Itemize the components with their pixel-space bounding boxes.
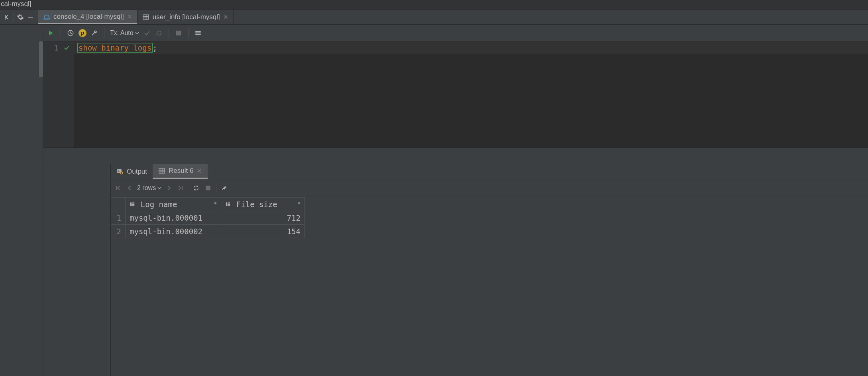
tab-result-6[interactable]: Result 6 ✕ <box>153 164 208 179</box>
wrench-icon[interactable] <box>90 29 98 37</box>
topbar: console_4 [local-mysql] ✕ user_info [loc… <box>0 10 868 25</box>
file-tabs: console_4 [local-mysql] ✕ user_info [loc… <box>38 10 234 24</box>
column-header-file-size[interactable]: File_size ◆ <box>221 198 305 211</box>
minimize-icon[interactable] <box>27 13 35 21</box>
result-label: Result 6 <box>169 167 193 175</box>
first-page-icon[interactable] <box>115 185 122 191</box>
gear-icon[interactable] <box>16 13 24 21</box>
svg-rect-27 <box>226 202 228 206</box>
svg-rect-28 <box>228 202 230 203</box>
table-icon <box>158 167 165 174</box>
cell-log-name[interactable]: mysql-bin.000001 <box>126 211 221 225</box>
rows-label: 2 rows <box>137 184 156 192</box>
tx-label-text: Tx: Auto <box>110 29 134 37</box>
svg-rect-25 <box>132 204 134 204</box>
check-icon <box>63 45 70 51</box>
editor-gutter: 1 <box>43 41 74 147</box>
results-tabs: Output Result 6 ✕ <box>111 164 868 179</box>
code-area[interactable]: show binary logs; <box>74 41 868 147</box>
output-icon <box>116 168 124 175</box>
stop-icon[interactable] <box>175 29 183 37</box>
svg-rect-2 <box>44 18 50 19</box>
svg-rect-29 <box>228 204 230 204</box>
sort-icon[interactable]: ◆ <box>214 200 217 206</box>
svg-rect-10 <box>195 31 201 31</box>
commit-icon[interactable] <box>143 29 151 37</box>
tab-user-info[interactable]: user_info [local-mysql] ✕ <box>137 10 234 24</box>
kw-show: show <box>79 43 97 52</box>
sql-toolbar: p Tx: Auto <box>43 25 868 41</box>
svg-rect-9 <box>176 31 181 35</box>
rows-dropdown[interactable]: 2 rows <box>137 184 161 192</box>
refresh-icon[interactable] <box>192 184 200 192</box>
topbar-left-controls <box>0 10 38 24</box>
history-icon[interactable] <box>67 29 75 37</box>
line-number: 1 <box>54 43 59 52</box>
column-label: Log_name <box>141 200 177 209</box>
close-icon[interactable]: ✕ <box>223 14 228 21</box>
svg-rect-23 <box>130 202 132 206</box>
tx-mode-dropdown[interactable]: Tx: Auto <box>110 29 139 37</box>
column-icon <box>130 202 138 208</box>
results-toolbar: 2 rows <box>111 179 868 197</box>
cell-log-name[interactable]: mysql-bin.000002 <box>126 225 221 238</box>
collapse-left-icon[interactable] <box>3 13 11 21</box>
row-number: 2 <box>111 225 126 238</box>
playground-badge[interactable]: p <box>79 29 86 37</box>
svg-rect-22 <box>206 186 210 190</box>
svg-rect-15 <box>159 168 165 173</box>
cell-file-size[interactable]: 712 <box>221 211 305 225</box>
tab-console-4[interactable]: console_4 [local-mysql] ✕ <box>38 10 137 24</box>
pin-icon[interactable] <box>220 184 228 192</box>
svg-rect-11 <box>195 32 201 33</box>
kw-logs: logs <box>133 43 151 52</box>
column-header-log-name[interactable]: Log_name ◆ <box>126 198 221 211</box>
svg-rect-3 <box>143 15 149 20</box>
next-page-icon[interactable] <box>165 185 173 191</box>
window-title-truncated: cal-mysql] <box>0 0 868 10</box>
tab-label: console_4 [local-mysql] <box>53 13 124 21</box>
left-rail <box>0 25 43 376</box>
rollback-icon[interactable] <box>155 29 163 37</box>
column-icon <box>225 202 234 208</box>
svg-rect-12 <box>195 34 201 35</box>
sort-icon[interactable]: ◆ <box>298 200 300 206</box>
close-icon[interactable]: ✕ <box>196 167 202 175</box>
svg-rect-26 <box>132 205 134 206</box>
row-number: 1 <box>111 211 126 225</box>
table-icon <box>142 14 149 21</box>
corner-cell <box>111 198 126 211</box>
svg-rect-30 <box>228 205 230 206</box>
results-left-rail <box>43 164 111 376</box>
result-table: Log_name ◆ File_size ◆ <box>111 197 868 238</box>
tab-output[interactable]: Output <box>111 164 153 179</box>
space <box>97 43 101 52</box>
prev-page-icon[interactable] <box>126 185 133 191</box>
table-row[interactable]: 1 mysql-bin.000001 712 <box>111 211 305 225</box>
output-label: Output <box>127 168 147 176</box>
execute-icon[interactable] <box>47 29 55 37</box>
close-icon[interactable]: ✕ <box>127 13 132 20</box>
stop-icon[interactable] <box>204 184 212 192</box>
sql-statement-highlight: show binary logs <box>77 43 153 53</box>
scrollbar-thumb[interactable] <box>39 41 43 77</box>
sql-editor[interactable]: 1 show binary logs; <box>43 41 868 147</box>
table-row[interactable]: 2 mysql-bin.000002 154 <box>111 225 305 238</box>
last-page-icon[interactable] <box>177 185 184 191</box>
panel-splitter[interactable] <box>43 147 868 164</box>
console-icon <box>43 13 50 20</box>
tab-label: user_info [local-mysql] <box>153 13 220 21</box>
space <box>129 43 133 52</box>
column-label: File_size <box>236 200 277 209</box>
semicolon: ; <box>153 43 157 52</box>
cell-file-size[interactable]: 154 <box>221 225 305 238</box>
view-icon[interactable] <box>194 29 202 37</box>
results-panel: Output Result 6 ✕ <box>43 164 868 376</box>
svg-rect-24 <box>132 202 134 203</box>
kw-binary: binary <box>101 43 129 52</box>
